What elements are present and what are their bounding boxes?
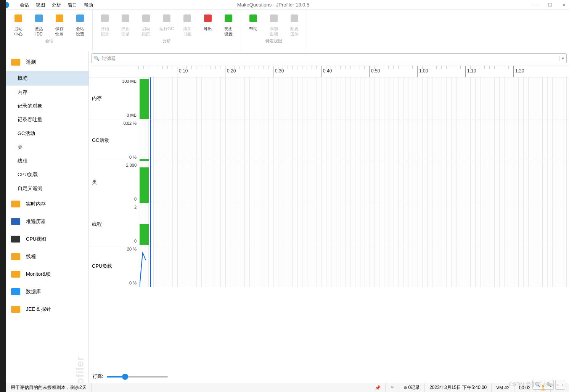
sidebar-sub-cpu[interactable]: CPU负载 [6, 168, 88, 182]
add-telemetry-icon [268, 12, 280, 24]
chart-线程[interactable]: 线程20 [89, 203, 569, 245]
start-record-label: 开始记录 [101, 26, 109, 37]
csdn-watermark: CSDN @千万人ew [509, 381, 554, 388]
heap-walker-icon [9, 215, 22, 228]
svg-rect-15 [11, 201, 20, 207]
toolbar: 启动中心激活IDE保存快照会话设置会话开始记录停止记录启动跟踪运行GC添加书签导… [6, 10, 569, 51]
menu-view[interactable]: 视图 [33, 1, 48, 10]
row-height-slider[interactable] [107, 376, 168, 378]
tick-1:20: 1:20 [515, 68, 524, 74]
menu-window[interactable]: 窗口 [65, 1, 80, 10]
sidebar-sub-custom[interactable]: 自定义遥测 [6, 182, 88, 195]
chart-GC活动[interactable]: GC活动0.02 %0 % [89, 119, 569, 161]
svg-rect-5 [122, 14, 129, 22]
heap-walker-label: 堆遍历器 [26, 218, 46, 225]
run-gc-label: 运行GC [159, 26, 174, 37]
sidebar-databases[interactable]: 数据库 [6, 283, 88, 300]
close-icon[interactable]: ✕ [562, 2, 566, 8]
sidebar-sub-classes[interactable]: 类 [6, 140, 88, 154]
sidebar-sub-recorded-objects[interactable]: 记录的对象 [6, 99, 88, 113]
sidebar-sub-threads[interactable]: 线程 [6, 154, 88, 168]
add-bookmark-icon [181, 12, 193, 24]
ymax: 20 % [127, 247, 137, 251]
chart-name: 内存 [92, 95, 102, 102]
status-eval: 用于评估目的的未授权副本，剩余2天 [6, 383, 92, 392]
ymin: 0 [134, 197, 137, 201]
filter-box[interactable]: 🔍 ▾ [91, 53, 567, 63]
time-cursor[interactable] [150, 77, 151, 119]
toolbar-start-center[interactable]: 启动中心 [8, 11, 28, 37]
tick-0:10: 0:10 [179, 68, 188, 74]
menu-session[interactable]: 会话 [17, 1, 32, 10]
svg-rect-19 [11, 271, 20, 278]
filter-dropdown-icon[interactable]: ▾ [559, 56, 564, 61]
ymin: 0 [134, 239, 137, 243]
titlebar: 会话 视图 分析 窗口 帮助 MakeQuestions - JProfiler… [0, 0, 569, 10]
help-icon [247, 12, 259, 24]
filter-input[interactable] [101, 55, 559, 61]
sidebar-live-memory[interactable]: 实时内存 [6, 195, 88, 213]
toolbar-add-telemetry: 添加遥测 [264, 11, 284, 37]
sidebar-sub-gc[interactable]: GC活动 [6, 127, 88, 140]
menu-analysis[interactable]: 分析 [49, 1, 64, 10]
start-center-label: 启动中心 [14, 26, 23, 37]
sidebar-monitor-locks[interactable]: Monitor&锁 [6, 265, 88, 283]
toolbar-help[interactable]: 帮助 [243, 11, 263, 37]
svg-rect-11 [249, 14, 257, 22]
start-track-icon [140, 12, 152, 24]
toolbar-start-track: 启动跟踪 [136, 11, 156, 37]
sidebar-cpu-views[interactable]: CPU视图 [6, 230, 88, 248]
fit-icon[interactable]: ⟷ [555, 380, 565, 383]
row-height-control: 行高: 🔍 🔍 ⟷ [89, 370, 569, 383]
time-cursor[interactable] [150, 161, 151, 203]
tick-0:50: 0:50 [371, 68, 380, 74]
export-icon [202, 12, 214, 24]
status-record: 0记录 [399, 383, 425, 392]
timeline-ruler: 0:100:200:300:400:501:001:101:20 [89, 66, 569, 77]
main-panel: 🔍 ▾ 0:100:200:300:400:501:001:101:20 内存3… [89, 51, 569, 383]
sidebar-sub-overview[interactable]: 概览 [6, 71, 88, 85]
maximize-icon[interactable]: ☐ [548, 2, 552, 8]
monitor-locks-label: Monitor&锁 [26, 271, 51, 278]
menu-help[interactable]: 帮助 [81, 1, 96, 10]
time-cursor[interactable] [150, 203, 151, 245]
watermark: JProfiler [74, 356, 86, 383]
left-dark-strip [0, 0, 6, 392]
activate-ide-icon [33, 12, 45, 24]
charts-area: 内存300 MB0 MBGC活动0.02 %0 %类2,0000线程20CPU负… [89, 77, 569, 370]
svg-rect-17 [11, 236, 20, 243]
start-record-icon [99, 12, 111, 24]
sidebar-telemetry[interactable]: 遥测 [6, 53, 88, 71]
search-icon: 🔍 [94, 56, 100, 61]
sidebar-sub-throughput[interactable]: 记录吞吐量 [6, 113, 88, 127]
sidebar-jee-probes[interactable]: JEE & 探针 [6, 300, 88, 318]
tick-0:40: 0:40 [323, 68, 332, 74]
monitor-locks-icon [9, 268, 22, 281]
sidebar-threads-view[interactable]: 线程 [6, 248, 88, 265]
status-pin-icon[interactable]: 📌 [370, 383, 386, 392]
ymax: 0.02 % [124, 121, 137, 125]
toolbar-save-snapshot[interactable]: 保存快照 [50, 11, 69, 37]
ymax: 2 [134, 205, 137, 209]
databases-icon [9, 285, 22, 298]
time-cursor[interactable] [150, 119, 151, 161]
status-flag-icon[interactable]: ⚑ [386, 383, 399, 392]
sidebar-heap-walker[interactable]: 堆遍历器 [6, 213, 88, 230]
svg-rect-8 [183, 14, 191, 22]
chart-name: CPU负载 [92, 263, 112, 270]
toolbar-view-settings[interactable]: 视图设置 [219, 11, 238, 37]
toolbar-export[interactable]: 导出 [198, 11, 218, 37]
svg-rect-14 [11, 59, 20, 66]
add-bookmark-label: 添加书签 [183, 26, 191, 37]
chart-类[interactable]: 类2,0000 [89, 161, 569, 203]
toolbar-activate-ide[interactable]: 激活IDE [29, 11, 49, 37]
svg-rect-21 [11, 306, 20, 313]
tick-0:20: 0:20 [227, 68, 236, 74]
toolbar-session-settings[interactable]: 会话设置 [70, 11, 90, 37]
sidebar-sub-memory[interactable]: 内存 [6, 85, 88, 99]
toolbar-start-record: 开始记录 [95, 11, 115, 37]
ymax: 2,000 [126, 163, 137, 167]
chart-内存[interactable]: 内存300 MB0 MB [89, 77, 569, 119]
minimize-icon[interactable]: — [534, 2, 538, 8]
chart-CPU负载[interactable]: CPU负载20 %0 % [89, 245, 569, 287]
